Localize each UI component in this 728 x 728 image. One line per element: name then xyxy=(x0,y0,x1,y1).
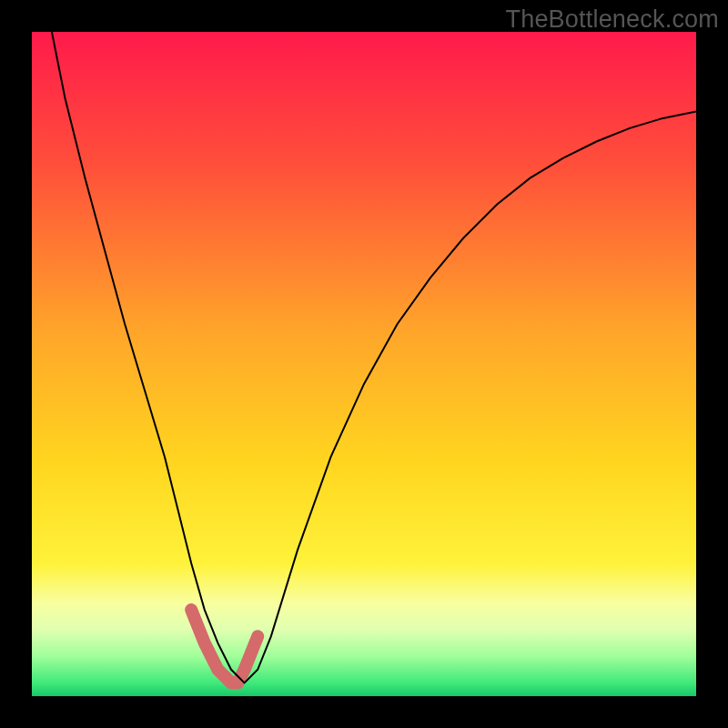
series-highlight-dip xyxy=(191,610,258,682)
watermark-text: TheBottleneck.com xyxy=(505,5,719,34)
series-bottleneck-curve xyxy=(52,32,696,682)
curve-layer xyxy=(32,32,696,696)
plot-area xyxy=(32,32,696,696)
chart-stage: TheBottleneck.com xyxy=(0,0,728,728)
